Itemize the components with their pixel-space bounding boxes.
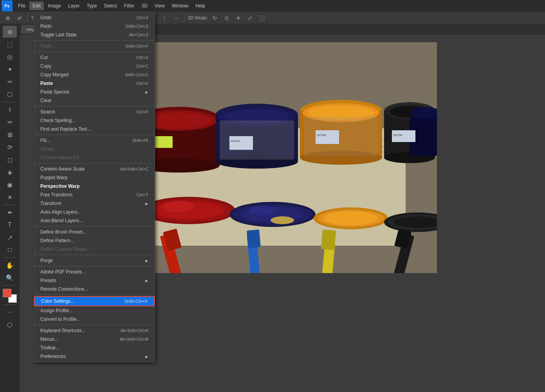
distribute-right-btn[interactable]: ⋮ [160, 13, 169, 23]
type-tool[interactable]: T [3, 219, 17, 231]
separator-9 [34, 295, 155, 295]
edit-content-aware-fill[interactable]: Content-Aware Fill... [34, 153, 155, 162]
path-selection-tool[interactable]: ↗ [3, 232, 17, 243]
svg-rect-53 [321, 230, 336, 250]
ps-logo: Ps [2, 0, 13, 11]
tool-divider-1 [4, 102, 16, 102]
edit-define-pattern[interactable]: Define Pattern... [34, 236, 155, 245]
clone-stamp-tool[interactable]: ⊠ [3, 129, 17, 140]
eraser-tool[interactable]: ◻ [3, 154, 17, 165]
svg-text:SICPA: SICPA [231, 139, 240, 143]
more-options-btn[interactable]: ··· [171, 13, 181, 23]
quick-selection-tool[interactable]: ✦ [3, 63, 17, 75]
3d-mode-label: 3D Mode: [188, 15, 208, 21]
edit-copy[interactable]: Copy Ctrl+C [34, 62, 155, 70]
edit-toolbar-btn[interactable]: ⬡ [3, 319, 17, 331]
menu-file[interactable]: File [15, 2, 29, 10]
menu-help[interactable]: Help [192, 2, 208, 10]
move-tool-btn[interactable]: ⊕ [3, 13, 13, 23]
menu-filter[interactable]: Filter [121, 2, 138, 10]
edit-preferences[interactable]: Preferences ▶ [34, 352, 155, 361]
3d-pan-btn[interactable]: ✛ [234, 13, 243, 23]
edit-search[interactable]: Search Ctrl+F [34, 108, 155, 116]
edit-fill[interactable]: Fill... Shift+F5 [34, 136, 155, 145]
gradient-tool[interactable]: ◈ [3, 166, 17, 178]
healing-brush-tool[interactable]: ⚕ [3, 104, 17, 115]
edit-auto-blend-layers[interactable]: Auto-Blend Layers... [34, 216, 155, 225]
edit-toggle-last-state[interactable]: Toggle Last State Alt+Ctrl+Z [34, 31, 155, 39]
edit-undo[interactable]: Undo Ctrl+Z [34, 13, 155, 22]
menu-edit[interactable]: Edit [29, 2, 44, 10]
menu-image[interactable]: Image [45, 2, 64, 10]
edit-redo[interactable]: Redo Shift+Ctrl+Z [34, 22, 155, 31]
svg-point-14 [145, 113, 212, 128]
menu-3d[interactable]: 3D [138, 2, 150, 10]
pen-tool[interactable]: ✒ [3, 207, 17, 218]
edit-toolbar[interactable]: Toolbar... [34, 343, 155, 352]
color-swatches[interactable] [3, 289, 17, 303]
svg-point-36 [163, 201, 194, 212]
edit-perspective-warp[interactable]: Perspective Warp [34, 182, 155, 191]
edit-content-aware-scale[interactable]: Content-Aware Scale Alt+Shift+Ctrl+C [34, 165, 155, 173]
edit-presets[interactable]: Presets ▶ [34, 276, 155, 285]
edit-copy-merged[interactable]: Copy Merged Shift+Ctrl+C [34, 70, 155, 79]
edit-find-replace[interactable]: Find and Replace Text... [34, 125, 155, 133]
lasso-tool[interactable]: ◎ [3, 51, 17, 63]
foreground-color[interactable] [3, 289, 11, 297]
edit-menus[interactable]: Menus... Alt+Shift+Ctrl+M [34, 335, 155, 343]
separator-10 [34, 325, 155, 325]
crop-tool[interactable]: ✂ [3, 76, 17, 88]
marquee-tool[interactable]: ⬚ [3, 38, 17, 50]
toolbar-divider-1 [27, 14, 28, 22]
3d-rotate-btn[interactable]: ↻ [210, 13, 220, 23]
menu-layer[interactable]: Layer [65, 2, 83, 10]
eyedropper-tool[interactable]: ⬡ [3, 88, 17, 100]
edit-auto-align-layers[interactable]: Auto-Align Layers... [34, 208, 155, 216]
zoom-tool[interactable]: 🔍 [3, 272, 17, 284]
history-brush-tool[interactable]: ⟳ [3, 141, 17, 153]
menu-window[interactable]: Window [169, 2, 192, 10]
edit-paste-special[interactable]: Paste Special ▶ [34, 88, 155, 96]
edit-remote-connections[interactable]: Remote Connections... [34, 285, 155, 293]
edit-transform[interactable]: Transform ▶ [34, 199, 155, 208]
edit-puppet-warp[interactable]: Puppet Warp [34, 173, 155, 182]
3d-roll-btn[interactable]: ⊙ [222, 13, 231, 23]
tool-divider-5 [4, 304, 16, 305]
menu-view[interactable]: View [152, 2, 168, 10]
3d-slide-btn[interactable]: ⤢ [245, 13, 255, 23]
edit-fade[interactable]: Fade... Shift+Ctrl+F [34, 42, 155, 50]
menu-type[interactable]: Type [83, 2, 100, 10]
extra-tools-btn[interactable]: ··· [3, 306, 17, 318]
edit-convert-to-profile[interactable]: Convert to Profile... [34, 315, 155, 324]
edit-define-brush[interactable]: Define Brush Preset... [34, 228, 155, 236]
edit-stroke[interactable]: Stroke... [34, 145, 155, 153]
blur-tool[interactable]: ◉ [3, 179, 17, 191]
separator-5 [34, 163, 155, 164]
canvas-svg: SICPA SICPA SICPA [128, 42, 437, 273]
3d-scale-btn[interactable]: ⬛ [257, 13, 267, 23]
move-tool[interactable]: ⊕ [3, 26, 17, 38]
hand-tool[interactable]: ✋ [3, 259, 17, 271]
transform-btn[interactable]: ⇄ [15, 13, 24, 23]
edit-assign-profile[interactable]: Assign Profile... [34, 306, 155, 315]
dodge-tool[interactable]: ☀ [3, 191, 17, 203]
svg-text:SICPA: SICPA [393, 133, 402, 137]
edit-keyboard-shortcuts[interactable]: Keyboard Shortcuts... Alt+Shift+Ctrl+K [34, 326, 155, 335]
edit-clear[interactable]: Clear [34, 96, 155, 105]
edit-free-transform[interactable]: Free Transform Ctrl+T [34, 191, 155, 199]
shape-tool[interactable]: □ [3, 244, 17, 256]
menu-select[interactable]: Select [101, 2, 120, 10]
edit-purge[interactable]: Purge ▶ [34, 256, 155, 265]
edit-define-custom-shape[interactable]: Define Custom Shape... [34, 245, 155, 254]
separator-1 [34, 40, 155, 41]
edit-color-settings[interactable]: Color Settings... Shift+Ctrl+K [34, 296, 155, 306]
edit-paste[interactable]: Paste Ctrl+V [34, 79, 155, 88]
svg-rect-60 [316, 130, 339, 144]
tool-divider-4 [4, 285, 16, 286]
svg-rect-58 [229, 136, 253, 150]
separator-4 [34, 135, 155, 135]
edit-check-spelling[interactable]: Check Spelling... [34, 116, 155, 125]
brush-tool[interactable]: ✏ [3, 116, 17, 128]
edit-cut[interactable]: Cut Ctrl+X [34, 53, 155, 62]
edit-adobe-pdf-presets[interactable]: Adobe PDF Presets... [34, 268, 155, 276]
